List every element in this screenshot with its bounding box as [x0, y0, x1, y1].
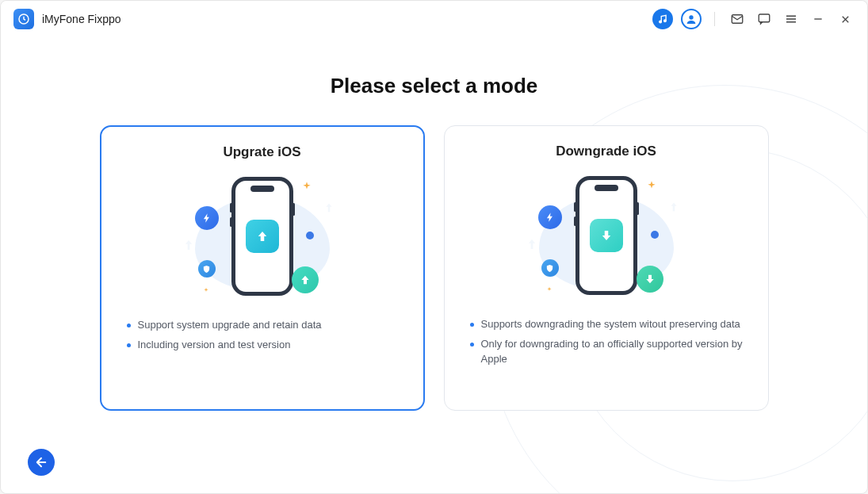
app-title: iMyFone Fixppo	[42, 13, 121, 25]
feedback-icon[interactable]	[755, 10, 774, 29]
separator	[714, 12, 715, 26]
arrow-up-badge-icon	[292, 266, 319, 293]
arrow-down-app-icon	[590, 219, 623, 252]
music-promo-icon[interactable]	[652, 9, 673, 29]
shield-badge-icon	[541, 259, 559, 277]
content-area: Please select a mode Upgrate iOS	[1, 37, 867, 493]
svg-point-3	[689, 15, 693, 19]
back-button[interactable]	[28, 449, 55, 476]
phone-icon	[231, 177, 293, 296]
svg-point-2	[664, 20, 667, 22]
app-logo-icon	[13, 9, 34, 29]
downgrade-card-title: Downgrade iOS	[468, 144, 744, 159]
bullet-item: Support system upgrade and retain data	[125, 316, 400, 335]
upgrade-card-title: Upgrate iOS	[125, 144, 400, 160]
downgrade-ios-card[interactable]: Downgrade iOS	[444, 125, 769, 411]
bullet-item: Including version and test version	[125, 335, 400, 355]
arrow-up-app-icon	[246, 220, 279, 253]
menu-icon[interactable]	[782, 10, 801, 29]
upgrade-illustration	[125, 165, 400, 308]
svg-point-1	[660, 21, 662, 23]
bolt-badge-icon	[195, 206, 219, 230]
bullet-item: Supports downgrading the system witout p…	[468, 315, 744, 335]
account-icon[interactable]	[681, 9, 702, 29]
arrow-down-badge-icon	[637, 266, 663, 293]
phone-icon	[575, 176, 637, 295]
dot-decor	[306, 232, 314, 239]
mode-cards: Upgrate iOS	[48, 125, 820, 411]
titlebar-actions	[652, 9, 855, 29]
upgrade-bullets: Support system upgrade and retain data I…	[125, 316, 400, 355]
bolt-badge-icon	[538, 205, 562, 229]
downgrade-illustration	[468, 164, 744, 307]
page-heading: Please select a mode	[48, 74, 820, 98]
close-icon[interactable]	[835, 10, 855, 29]
bullet-item: Only for downgrading to an officially su…	[468, 335, 744, 370]
mail-icon[interactable]	[728, 10, 747, 29]
minimize-icon[interactable]	[809, 10, 828, 29]
svg-rect-5	[759, 14, 770, 22]
titlebar: iMyFone Fixppo	[1, 1, 867, 37]
dot-decor	[651, 231, 659, 239]
downgrade-bullets: Supports downgrading the system witout p…	[468, 315, 744, 370]
shield-badge-icon	[198, 260, 216, 278]
upgrade-ios-card[interactable]: Upgrate iOS	[100, 125, 425, 411]
app-window: iMyFone Fixppo	[0, 0, 868, 494]
